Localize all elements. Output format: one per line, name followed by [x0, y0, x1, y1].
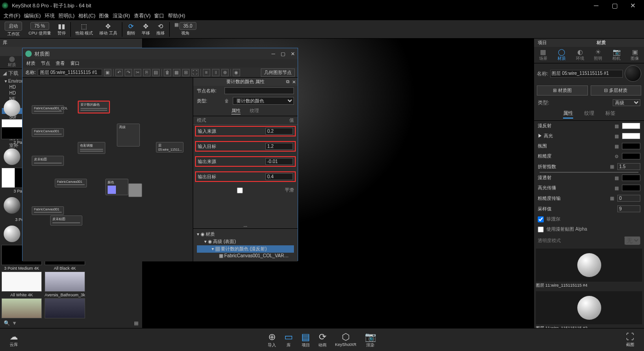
- tool-cut-icon[interactable]: ✂: [134, 69, 141, 76]
- tree-material[interactable]: ▾ ◉ 材质: [197, 231, 294, 238]
- tool-paste-icon[interactable]: ▤: [152, 69, 160, 76]
- tumble-button[interactable]: ⟲推移: [154, 21, 167, 38]
- dlg-menu-material[interactable]: 材质: [26, 60, 35, 67]
- menu-render[interactable]: 渲染(R): [112, 12, 131, 19]
- tool-dist-icon[interactable]: ⫴: [212, 69, 219, 76]
- menu-lighting[interactable]: 照明(L): [58, 12, 75, 19]
- move-button[interactable]: ✥移动 工具: [97, 21, 120, 38]
- output-source-field[interactable]: [265, 158, 293, 165]
- tool-align-icon[interactable]: ≡: [203, 69, 210, 76]
- library-button[interactable]: ▭库: [284, 331, 293, 348]
- ior-input[interactable]: [617, 163, 640, 170]
- search-icon[interactable]: 🔍: [4, 320, 10, 326]
- grid-icon[interactable]: ▦: [134, 320, 138, 326]
- multilayer-button[interactable]: ⊟ 多层材质: [591, 85, 642, 96]
- geometry-nodes-button[interactable]: 几何图形节点: [261, 68, 295, 77]
- graph-node-advanced[interactable]: 高级: [117, 124, 140, 147]
- dlg-menu-window[interactable]: 窗口: [70, 60, 80, 67]
- fresnel-checkbox[interactable]: [538, 216, 544, 222]
- perf-button[interactable]: ⬚性能 模式: [73, 21, 96, 38]
- rough-trans-input[interactable]: [617, 195, 640, 202]
- tool-copy-icon[interactable]: ⎘: [143, 69, 150, 76]
- xr-button[interactable]: ⬡KeyShotXR: [335, 331, 356, 348]
- slider-3[interactable]: [197, 168, 294, 170]
- minimize-button[interactable]: ─: [587, 0, 605, 11]
- slider-2[interactable]: [197, 153, 294, 155]
- material-graph-button[interactable]: ⊞ 材质图: [537, 85, 588, 96]
- env-thumb[interactable]: Aversis_Bathroom_3k: [44, 272, 86, 297]
- tool-delete-icon[interactable]: 🗑: [164, 69, 171, 76]
- map-icon[interactable]: ▦: [615, 124, 622, 129]
- tree-advanced[interactable]: ▾ ◉ 高级 (表面): [197, 238, 294, 245]
- tab-materials[interactable]: 材质: [0, 56, 24, 68]
- alpha-checkbox[interactable]: [538, 226, 544, 232]
- perspective[interactable]: ▦35.0 视角: [172, 21, 199, 38]
- tab-environment[interactable]: ◐环境: [576, 48, 584, 62]
- input-source-field[interactable]: [265, 128, 293, 135]
- dialog-titlebar[interactable]: 材质图 ─ ▢ ✕: [23, 48, 298, 59]
- tool-zoom-icon[interactable]: ⊕: [221, 69, 229, 76]
- tool-grid-icon[interactable]: ▦: [173, 69, 180, 76]
- render-button[interactable]: 📷渲染: [365, 331, 376, 348]
- env-sphere[interactable]: [4, 148, 20, 165]
- type-select[interactable]: 高级: [613, 99, 640, 106]
- slider-4[interactable]: [197, 183, 294, 186]
- cloud-button[interactable]: ☁云库: [0, 332, 28, 348]
- tab-material[interactable]: ◯材质: [558, 48, 566, 62]
- cpu-usage[interactable]: 75 % CPU 使用量: [26, 21, 54, 38]
- node-name-input[interactable]: [224, 87, 294, 94]
- dlg-name-input[interactable]: [38, 69, 102, 76]
- prop-pin-icon[interactable]: ⧉: [286, 79, 289, 85]
- import-button[interactable]: ⊕导入: [268, 331, 276, 348]
- output-target-field[interactable]: [265, 173, 293, 180]
- subtab-label[interactable]: 标签: [605, 110, 615, 119]
- graph-node[interactable]: 皮革贴图: [50, 215, 82, 226]
- pause-button[interactable]: ▮▮暂停: [55, 21, 69, 38]
- menu-file[interactable]: 文件(F): [3, 12, 21, 19]
- material-name-input[interactable]: [550, 70, 623, 78]
- project-button[interactable]: ▤项目: [301, 331, 310, 348]
- subtab-tex[interactable]: 纹理: [584, 110, 594, 119]
- tree-color-count[interactable]: ▾ ▦ 要计数的颜色 (漫反射): [197, 245, 294, 253]
- prop-close-icon[interactable]: ✕: [292, 79, 296, 85]
- graph-node-selected[interactable]: 要计数的颜色: [78, 101, 110, 113]
- screenshot-button[interactable]: ⛶截图: [616, 332, 644, 348]
- dialog-minimize[interactable]: ─: [271, 51, 275, 57]
- ambient-swatch[interactable]: [622, 143, 640, 149]
- menu-edit[interactable]: 编辑(E): [23, 12, 42, 19]
- env-thumb[interactable]: All White 4K: [1, 272, 42, 297]
- ior-slider[interactable]: [540, 172, 638, 173]
- dialog-maximize[interactable]: ▢: [281, 51, 285, 57]
- graph-node[interactable]: FabricCanvas001_COL: [32, 105, 64, 114]
- mat-thumb[interactable]: [536, 291, 642, 324]
- tab-camera[interactable]: 📷相机: [612, 48, 621, 62]
- subtab-attr[interactable]: 属性: [563, 110, 573, 119]
- menu-window[interactable]: 窗口: [153, 12, 165, 19]
- dlg-menu-node[interactable]: 节点: [41, 60, 50, 67]
- menu-view[interactable]: 查看(V): [133, 12, 152, 19]
- specular-swatch[interactable]: [622, 133, 640, 139]
- env-thumb[interactable]: [1, 298, 42, 318]
- tool-layout-icon[interactable]: ⊞: [182, 69, 190, 76]
- tool-save-icon[interactable]: ▣: [104, 69, 111, 76]
- menu-image[interactable]: 图像: [98, 12, 110, 19]
- tab-lighting[interactable]: ☀照明: [594, 48, 602, 62]
- env-thumb[interactable]: [44, 298, 86, 318]
- prop-tab-tex[interactable]: 纹理: [250, 108, 259, 114]
- node-type-select[interactable]: 要计数的颜色: [233, 97, 294, 105]
- smooth-checkbox[interactable]: [197, 187, 283, 193]
- graph-node[interactable]: FabricCanvas001: [55, 179, 87, 187]
- graph-node[interactable]: 皮革贴图: [32, 156, 64, 166]
- node-graph[interactable]: FabricCanvas001_COL 要计数的颜色 FabricCanvas0…: [23, 78, 193, 261]
- graph-node-checker[interactable]: [128, 183, 142, 197]
- tab-image[interactable]: ▣图像: [631, 48, 639, 62]
- maximize-button[interactable]: ▢: [605, 0, 624, 11]
- samples-input[interactable]: [617, 205, 640, 212]
- animation-button[interactable]: ⟳动画: [318, 331, 327, 348]
- flip-button[interactable]: ⟳翻转: [124, 21, 138, 38]
- menu-help[interactable]: 帮助(H): [167, 12, 186, 19]
- graph-output-node[interactable]: 层 05:wire_11511...: [156, 142, 184, 153]
- tool-redo-icon[interactable]: ↷: [125, 69, 132, 76]
- graph-node[interactable]: 色彩调整: [78, 142, 105, 154]
- mat-thumb[interactable]: [536, 249, 642, 282]
